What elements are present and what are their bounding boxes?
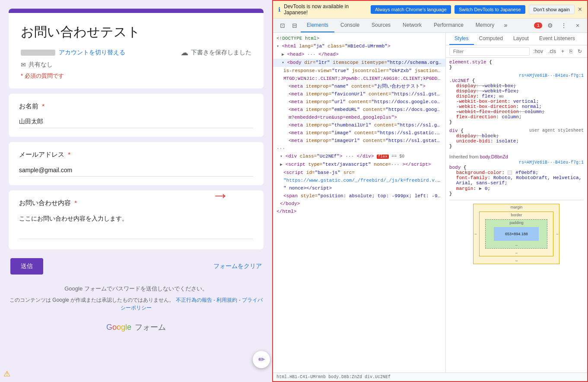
dom-line[interactable]: <meta itemprop="url" content="https://do… — [273, 98, 445, 106]
uc2nef-source-link[interactable]: rs=AMjVe6iB···B41eu-f7g:1 — [519, 73, 584, 78]
inquiry-required-star: * — [73, 199, 77, 206]
prop-display-block: display: block; — [449, 133, 584, 139]
match-language-button[interactable]: Always match Chrome's language — [371, 5, 451, 14]
body-source-link[interactable]: rs=AMjVe6iB···B41eu-f7g:1 — [519, 160, 584, 165]
margin-bottom-dash: – — [515, 259, 518, 263]
bottom-bar-breadcrumb: html.HB1-C41-UMrmnb body.D8b:ZnZd div.Uc… — [277, 375, 391, 379]
cloud-icon: ☁ — [181, 48, 188, 57]
share-row: ✉ 共有なし — [21, 61, 251, 69]
google-text: Google — [106, 323, 131, 332]
border-bottom-dash: – — [515, 251, 518, 255]
inherited-from-label: Inherited from body.D8bnZd — [449, 152, 584, 160]
dom-panel[interactable]: <!DOCTYPE html> ▾ <html lang="ja" class=… — [273, 33, 446, 373]
dom-line[interactable]: <meta itemprop="thumbnailUrl" content="h… — [273, 121, 445, 129]
form-panel: お問い合わせテスト アカウントを切り替える ☁ 下書きを保存しました ✉ 共有な… — [0, 0, 272, 382]
dom-line[interactable]: m?embedded=true&usp=embed_googleplus"> — [273, 114, 445, 121]
tab-memory[interactable]: Memory — [470, 19, 500, 32]
dom-line-selected[interactable]: ▾ <body dir="ltr" itemscope itemtype="ht… — [273, 59, 445, 67]
dom-line[interactable]: <script id="base-js" src= — [273, 169, 445, 177]
dom-line[interactable]: MTGD;WINJic:.CLIENT;JPpwNb:.CLIENT;A9Gi0… — [273, 75, 445, 82]
dom-line[interactable]: ▶ <head> ··· </head> — [273, 51, 445, 59]
form-title: お問い合わせテスト — [21, 23, 251, 41]
dom-line[interactable]: "https://www.gstatic.com/_/freebird/_/js… — [273, 177, 445, 184]
class-filter-button[interactable]: .cls — [547, 47, 558, 55]
tab-layout[interactable]: Layout — [508, 33, 534, 45]
switch-japanese-button[interactable]: Switch DevTools to Japanese — [455, 5, 525, 14]
user-agent-label: user agent stylesheet — [529, 128, 584, 133]
dom-line[interactable]: </html> — [273, 208, 445, 215]
add-style-button[interactable]: + — [559, 47, 566, 55]
prop-webkit-box: display: -webkit-box; — [449, 83, 584, 88]
name-label: お名前 * — [19, 102, 253, 110]
tab-performance[interactable]: Performance — [428, 19, 470, 32]
email-required-star: * — [66, 151, 70, 158]
more-tabs-button[interactable]: » — [500, 20, 511, 31]
prop-unicode-bidi: unicode-bidi: isolate; — [449, 139, 584, 144]
prop-font-family: font-family: Roboto, RobotoDraft, Helvet… — [449, 175, 584, 180]
styles-panel: Styles Computed Layout Event Listeners :… — [446, 33, 587, 373]
draft-saved-indicator: ☁ 下書きを保存しました — [181, 48, 251, 57]
name-input[interactable] — [19, 117, 253, 128]
draft-saved-text: 下書きを保存しました — [191, 49, 251, 57]
pencil-fab-button[interactable]: ✏ — [253, 351, 270, 368]
uc2nef-close: } — [449, 120, 584, 125]
body-close: } — [449, 191, 584, 196]
color-swatch — [508, 170, 512, 175]
device-icon-button[interactable]: ⊟ — [289, 19, 301, 32]
email-input[interactable] — [19, 165, 253, 177]
dom-line[interactable]: ··· — [273, 145, 445, 152]
dont-show-button[interactable]: Don't show again — [529, 5, 575, 14]
prop-webkit-flex: display: -webkit-flex; — [449, 88, 584, 94]
margin-left-dash: – — [474, 232, 477, 236]
prop-background-color: background-color: #f0ebf8; — [449, 170, 584, 175]
dom-line[interactable]: " nonce></script> — [273, 184, 445, 192]
report-link[interactable]: 不正行為の報告 — [176, 297, 212, 303]
inspect-icon-button[interactable]: ⊡ — [277, 19, 289, 32]
dom-line[interactable]: <span style="position: absolute; top: -9… — [273, 192, 445, 200]
dom-line[interactable]: <meta itemprop="imageUrl" content="https… — [273, 137, 445, 145]
tab-elements[interactable]: Elements — [301, 19, 334, 32]
tab-network[interactable]: Network — [397, 19, 428, 32]
dom-line[interactable]: <!DOCTYPE html> — [273, 35, 445, 42]
padding-label: padding — [509, 221, 523, 225]
mail-icon: ✉ — [21, 61, 26, 68]
password-notice: Google フォームでパスワードを送信しないでください。 — [9, 285, 264, 293]
info-icon: ℹ — [278, 6, 280, 13]
notification-close-button[interactable]: × — [578, 6, 582, 13]
prop-flex-direction: flex-direction: column; — [449, 114, 584, 120]
inquiry-input[interactable]: ここにお問い合わせ内容を入力します。 — [19, 213, 253, 239]
more-options-button[interactable]: ⋮ — [558, 19, 570, 32]
settings-icon-button[interactable]: ⚙ — [544, 19, 556, 32]
tab-console[interactable]: Console — [334, 19, 366, 32]
devtools-tabs-row: ⊡ ⊟ Elements Console Sources Network Per… — [273, 19, 587, 33]
dom-line[interactable]: <meta itemprop="embedURL" content="https… — [273, 106, 445, 114]
close-devtools-button[interactable]: × — [572, 19, 584, 32]
account-switch-link[interactable]: アカウントを切り替える — [59, 49, 125, 57]
arrow-indicator: → — [212, 186, 229, 205]
dom-line[interactable]: ▶ <script type="text/javascript" nonce=·… — [273, 161, 445, 169]
box-model-section: margin – – – border – padding — [449, 200, 584, 268]
tab-sources[interactable]: Sources — [366, 19, 397, 32]
uc2nef-rule: rs=AMjVe6iB···B41eu-f7g:1 .Uc2NEf { disp… — [449, 73, 584, 125]
tab-styles[interactable]: Styles — [449, 33, 474, 45]
copy-style-button[interactable]: ⎘ — [568, 47, 574, 55]
dom-line[interactable]: <meta itemprop="image" content="https://… — [273, 129, 445, 137]
dom-line[interactable]: ▾ <div class="Uc2NEf"> ··· </div> flex =… — [273, 152, 445, 161]
styles-content: element.style { } rs=AMjVe6iB···B41eu-f7… — [446, 58, 587, 373]
share-label: 共有なし — [29, 61, 53, 69]
dom-line[interactable]: ▾ <html lang="ja" class="HB1eCd-UMrmmb"> — [273, 42, 445, 51]
hover-state-button[interactable]: :hov — [531, 47, 545, 55]
tab-event-listeners[interactable]: Event Listeners — [534, 33, 580, 45]
dom-line[interactable]: is-response-view="true" jscontroller="Ok… — [273, 67, 445, 75]
dom-line[interactable]: <meta itemprop="faviconUrl" content="htt… — [273, 90, 445, 98]
dom-line[interactable]: <meta itemprop="name" content="お問い合わせテスト… — [273, 82, 445, 90]
tab-computed[interactable]: Computed — [474, 33, 508, 45]
submit-button[interactable]: 送信 — [10, 258, 43, 275]
styles-sub-tabs: Styles Computed Layout Event Listeners — [446, 33, 587, 45]
clear-form-link[interactable]: フォームをクリア — [213, 262, 262, 270]
refresh-style-button[interactable]: ↻ — [576, 47, 584, 55]
dom-line[interactable]: </body> — [273, 200, 445, 208]
terms-link[interactable]: 利用規約 — [216, 297, 237, 303]
email-field-card: メールアドレス * — [9, 142, 264, 185]
styles-filter-input[interactable] — [449, 47, 530, 56]
